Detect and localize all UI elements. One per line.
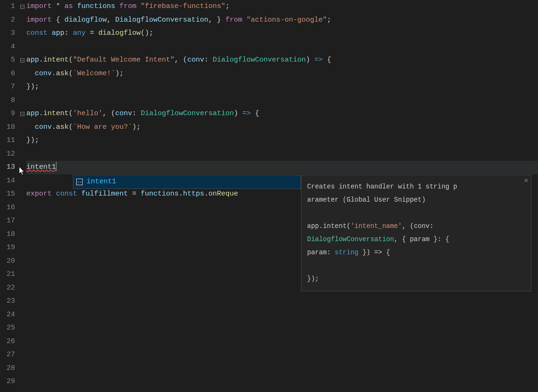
line-number: 1 [0,0,15,14]
code-line[interactable] [26,148,538,161]
code-line[interactable]: import * as functions from "firebase-fun… [26,0,538,14]
code-line[interactable] [26,375,538,389]
autocomplete-suggest-widget[interactable]: intent1 [73,175,301,189]
line-number: 11 [0,134,15,148]
line-number: 12 [0,148,15,161]
line-number: 3 [0,27,15,40]
snippet-icon [76,179,83,185]
line-number: 14 [0,174,15,188]
line-number: 22 [0,282,15,295]
code-line[interactable]: }); [26,134,538,148]
code-line-current[interactable]: intent1 [26,161,538,174]
docs-snippet-line: DialogflowConversation, { param }: { [307,233,525,246]
line-number: 29 [0,375,15,389]
code-line[interactable]: conv.ask(`Welcome!`); [26,67,538,81]
line-number: 2 [0,14,15,27]
line-number: 13 [0,161,15,174]
line-number: 20 [0,255,15,268]
line-number: 23 [0,295,15,308]
line-number: 25 [0,321,15,335]
suggest-item-selected[interactable]: intent1 [73,175,301,188]
docs-snippet-line: app.intent('intent_name', (conv: [307,220,525,233]
line-number: 17 [0,214,15,228]
line-number: 18 [0,228,15,242]
code-line[interactable]: app.intent("Default Welcome Intent", (co… [26,54,538,67]
code-line[interactable]: conv.ask(`How are you?`); [26,121,538,134]
line-number: 8 [0,94,15,108]
line-number-gutter: 1234567891011121314151617181920212223242… [0,0,18,392]
folding-column[interactable] [18,0,26,392]
fold-collapse-icon[interactable] [18,54,26,67]
line-number: 4 [0,40,15,54]
code-line[interactable] [26,94,538,108]
line-number: 26 [0,335,15,349]
line-number: 16 [0,201,15,215]
line-number: 21 [0,268,15,282]
line-number: 6 [0,67,15,81]
line-number: 24 [0,308,15,322]
code-line[interactable]: const app: any = dialogflow(); [26,27,538,40]
code-line[interactable] [26,348,538,362]
code-line[interactable] [26,295,538,308]
fold-collapse-icon[interactable] [18,107,26,121]
error-token: intent1 [26,163,56,171]
line-number: 9 [0,107,15,121]
close-icon[interactable]: ✕ [524,177,528,184]
line-number: 28 [0,362,15,376]
keyword: import [26,2,52,10]
code-line[interactable] [26,362,538,376]
code-line[interactable] [26,335,538,349]
docs-snippet-line: param: string }) => { [307,246,525,259]
docs-description: Creates intent handler with 1 string p [307,180,525,193]
code-line[interactable] [26,308,538,322]
suggestion-docs-widget: ✕ Creates intent handler with 1 string p… [301,175,531,291]
line-number: 27 [0,348,15,362]
code-line[interactable] [26,40,538,54]
suggest-label: intent1 [87,175,116,189]
line-number: 10 [0,121,15,134]
line-number: 19 [0,241,15,255]
code-line[interactable] [26,321,538,335]
docs-description: arameter (Global User Snippet) [307,193,525,206]
text-cursor [56,162,56,171]
line-number: 7 [0,80,15,94]
line-number: 15 [0,188,15,201]
code-line[interactable]: import { dialogflow, DialogflowConversat… [26,14,538,27]
fold-collapse-icon[interactable] [18,0,26,14]
code-line[interactable]: app.intent('hello', (conv: DialogflowCon… [26,107,538,121]
line-number: 5 [0,54,15,67]
code-line[interactable]: }); [26,80,538,94]
docs-snippet-line: }); [307,272,525,285]
